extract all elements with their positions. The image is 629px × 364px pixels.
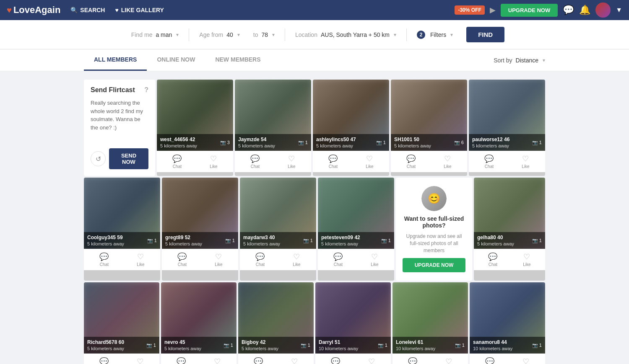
- like-button[interactable]: ♡ Like: [213, 357, 221, 364]
- age-from-dropdown-icon[interactable]: ▾: [237, 32, 240, 38]
- chat-button[interactable]: 💬 Chat: [484, 154, 494, 169]
- member-card-gelha80[interactable]: gelha80 40 5 kilometers away 📷 1 💬 Chat …: [474, 178, 545, 281]
- member-card-bigboy[interactable]: Bigboy 42 5 kilometers away 📷 1 💬 Chat ♡…: [238, 282, 314, 364]
- find-me-dropdown-icon[interactable]: ▾: [176, 32, 179, 38]
- sort-by-control[interactable]: Sort by Distance ▾: [494, 50, 545, 70]
- photo-count: 📷 1: [532, 140, 542, 145]
- member-distance: 10 kilometers away: [396, 346, 435, 351]
- like-icon: ♡: [371, 252, 378, 261]
- sort-by-label: Sort by: [494, 57, 512, 64]
- main-content: Send Flirtcast ? Really searching the wh…: [0, 71, 629, 364]
- chat-icon: 💬: [177, 357, 186, 364]
- like-button[interactable]: ♡ Like: [291, 357, 298, 364]
- member-card-darryl[interactable]: Darryl 51 10 kilometers away 📷 1 💬 Chat …: [315, 282, 391, 364]
- notifications-icon[interactable]: 🔔: [579, 5, 590, 15]
- location-value[interactable]: AUS, South Yarra + 50 km: [321, 31, 390, 38]
- messages-icon[interactable]: 💬: [563, 5, 574, 15]
- flirtcast-send-button[interactable]: SEND NOW: [109, 148, 148, 169]
- chat-button[interactable]: 💬 Chat: [250, 154, 260, 169]
- member-name-age: sanamoru8 44: [473, 339, 512, 345]
- member-card-lonelevi[interactable]: Lonelevi 61 10 kilometers away 📷 1 💬 Cha…: [392, 282, 468, 364]
- age-to-value[interactable]: 78: [261, 31, 268, 38]
- chat-button[interactable]: 💬 Chat: [331, 357, 340, 364]
- filters-dropdown-icon[interactable]: ▾: [450, 32, 453, 38]
- like-label: Like: [444, 164, 451, 169]
- search-bar: Find me a man ▾ Age from 40 ▾ to 78 ▾ Lo…: [0, 20, 629, 49]
- member-card-petesteven[interactable]: petesteven09 42 5 kilometers away 📷 1 💬 …: [318, 178, 394, 281]
- age-to-field: to 78 ▾: [247, 31, 281, 38]
- like-button[interactable]: ♡ Like: [523, 252, 530, 267]
- like-button[interactable]: ♡ Like: [293, 252, 300, 267]
- chat-icon: 💬: [485, 357, 494, 364]
- member-distance: 5 kilometers away: [472, 143, 509, 148]
- upgrade-avatar-image: 😊: [421, 186, 447, 211]
- chat-button[interactable]: 💬 Chat: [255, 252, 265, 267]
- tab-new-members[interactable]: NEW MEMBERS: [205, 49, 270, 71]
- like-button[interactable]: ♡ Like: [371, 252, 378, 267]
- flirtcast-text: Really searching the whole world 2 find …: [91, 99, 148, 143]
- find-me-value[interactable]: a man: [156, 31, 172, 38]
- chat-button[interactable]: 💬 Chat: [485, 357, 494, 364]
- avatar[interactable]: [595, 3, 611, 18]
- chat-button[interactable]: 💬 Chat: [177, 357, 186, 364]
- member-card-nevro[interactable]: nevro 45 5 kilometers away 📷 1 💬 Chat ♡ …: [161, 282, 237, 364]
- flirtcast-info-icon[interactable]: ?: [144, 86, 148, 94]
- member-photo-lonelevi: Lonelevi 61 10 kilometers away 📷 1: [392, 282, 468, 354]
- search-icon: 🔍: [70, 7, 78, 13]
- like-button[interactable]: ♡ Like: [522, 154, 529, 169]
- chat-button[interactable]: 💬 Chat: [172, 154, 182, 169]
- like-button[interactable]: ♡ Like: [137, 252, 144, 267]
- chat-button[interactable]: 💬 Chat: [406, 154, 416, 169]
- like-button[interactable]: ♡ Like: [444, 154, 451, 169]
- like-button[interactable]: ♡ Like: [215, 252, 222, 267]
- chat-button[interactable]: 💬 Chat: [177, 252, 187, 267]
- search-nav-btn[interactable]: 🔍 SEARCH: [70, 7, 105, 13]
- member-card-maydarw3[interactable]: maydarw3 40 5 kilometers away 📷 1 💬 Chat…: [240, 178, 316, 281]
- member-card-richard5678[interactable]: Richard5678 60 5 kilometers away 📷 1 💬 C…: [84, 282, 159, 364]
- member-card-west[interactable]: west_44656 42 5 kilometers away 📷 3 💬 Ch…: [157, 80, 233, 176]
- age-from-value[interactable]: 40: [226, 31, 233, 38]
- find-button[interactable]: FIND: [466, 27, 504, 42]
- chat-button[interactable]: 💬 Chat: [333, 252, 343, 267]
- member-actions: 💬 Chat ♡ Like: [240, 249, 316, 270]
- like-button[interactable]: ♡ Like: [366, 154, 373, 169]
- like-button[interactable]: ♡ Like: [445, 357, 452, 364]
- tab-online-now[interactable]: ONLINE NOW: [147, 49, 205, 71]
- chat-button[interactable]: 💬 Chat: [254, 357, 263, 364]
- sort-dropdown-icon[interactable]: ▾: [543, 57, 545, 63]
- member-info-paulworse: paulworse12 46 5 kilometers away 📷 1: [469, 134, 545, 151]
- like-gallery-nav-btn[interactable]: ♥ LIKE GALLERY: [115, 7, 164, 13]
- member-actions: 💬 Chat ♡ Like: [84, 249, 160, 270]
- member-card-ashleylincs[interactable]: ashleylincs50 47 5 kilometers away 📷 1 💬…: [313, 80, 389, 176]
- like-button[interactable]: ♡ Like: [368, 357, 375, 364]
- location-dropdown-icon[interactable]: ▾: [394, 32, 396, 38]
- age-to-label: to: [253, 31, 258, 38]
- like-button[interactable]: ♡ Like: [288, 154, 295, 169]
- like-button[interactable]: ♡ Like: [522, 357, 530, 364]
- member-card-sanamoru8[interactable]: sanamoru8 44 10 kilometers away 📷 1 💬 Ch…: [470, 282, 545, 364]
- member-card-jaymzde[interactable]: Jaymzde 54 5 kilometers away 📷 1 💬 Chat …: [235, 80, 311, 176]
- chat-icon: 💬: [177, 252, 187, 261]
- member-card-paulworse[interactable]: paulworse12 46 5 kilometers away 📷 1 💬 C…: [469, 80, 545, 176]
- flirtcast-refresh-button[interactable]: ↺: [91, 151, 106, 166]
- chat-button[interactable]: 💬 Chat: [328, 154, 338, 169]
- tab-all-members[interactable]: ALL MEMBERS: [84, 49, 147, 71]
- upgrade-now-photos-button[interactable]: UPGRADE NOW: [403, 258, 465, 272]
- chat-button[interactable]: 💬 Chat: [488, 252, 497, 267]
- like-button[interactable]: ♡ Like: [210, 154, 217, 169]
- filters-field[interactable]: 2 Filters ▾: [410, 31, 460, 39]
- avatar-dropdown-icon[interactable]: ▼: [616, 6, 622, 14]
- age-to-dropdown-icon[interactable]: ▾: [272, 32, 275, 38]
- member-photo-west: west_44656 42 5 kilometers away 📷 3: [157, 80, 233, 151]
- upgrade-now-button[interactable]: UPGRADE NOW: [501, 4, 558, 17]
- member-card-gregt89[interactable]: gregt89 52 5 kilometers away 📷 1 💬 Chat …: [162, 178, 238, 281]
- chat-button[interactable]: 💬 Chat: [99, 357, 109, 364]
- chat-button[interactable]: 💬 Chat: [99, 252, 109, 267]
- member-card-coolguy[interactable]: Coolguy345 59 5 kilometers away 📷 1 💬 Ch…: [84, 178, 160, 281]
- member-distance: 5 kilometers away: [321, 241, 360, 246]
- chat-button[interactable]: 💬 Chat: [408, 357, 417, 364]
- like-button[interactable]: ♡ Like: [136, 357, 144, 364]
- member-name-age: SH1001 50: [394, 137, 431, 142]
- logo[interactable]: ♥ LoveAgain: [7, 5, 60, 15]
- member-card-sh1001[interactable]: SH1001 50 5 kilometers away 📷 6 💬 Chat ♡…: [391, 80, 467, 176]
